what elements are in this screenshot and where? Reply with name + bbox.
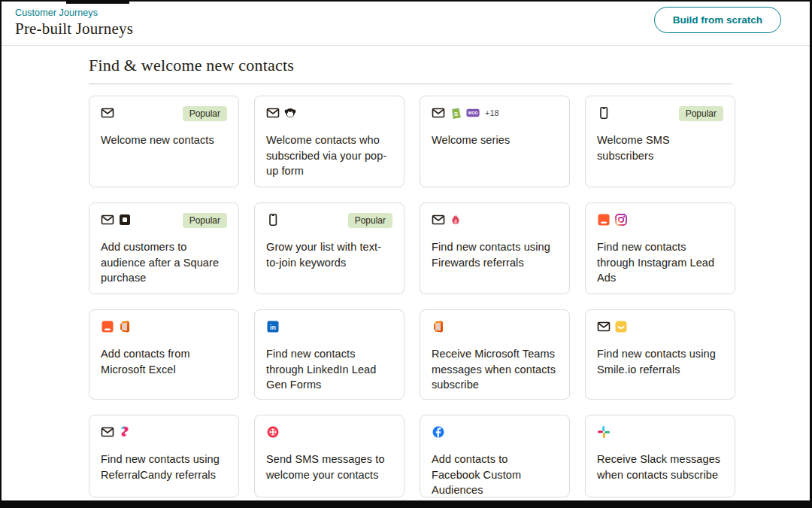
mailchimp-icon: [283, 106, 297, 120]
journey-card-title: Send SMS messages to welcome your contac…: [266, 452, 392, 482]
section-divider: [89, 84, 732, 84]
journey-card-title: Receive Slack messages when contacts sub…: [597, 452, 723, 482]
journey-card[interactable]: Receive Slack messages when contacts sub…: [585, 415, 735, 497]
envelope-icon: [101, 213, 114, 227]
journey-card[interactable]: Find new contacts using Smile.io referra…: [585, 309, 735, 400]
journey-card-title: Welcome contacts who subscribed via your…: [266, 132, 392, 179]
card-icon-row: [432, 320, 445, 333]
card-icon-row: [266, 106, 297, 120]
journey-card[interactable]: Send SMS messages to welcome your contac…: [254, 415, 404, 497]
linkedin-icon: in: [266, 320, 280, 333]
firewards-icon: [449, 213, 462, 227]
card-icon-row: [101, 320, 132, 333]
popular-badge: Popular: [183, 106, 227, 121]
section-title: Find & welcome new contacts: [89, 46, 732, 75]
journey-card-title: Welcome series: [432, 132, 558, 148]
slack-icon: [597, 425, 611, 439]
journey-card[interactable]: Add contacts to Facebook Custom Audience…: [420, 415, 570, 497]
form-icon: [101, 320, 114, 333]
journey-card-title: Welcome new contacts: [101, 132, 227, 148]
journey-card[interactable]: SWOO+18Welcome series: [420, 96, 570, 187]
popular-badge: Popular: [183, 213, 227, 228]
instagram-icon: [614, 213, 628, 227]
journey-card-title: Find new contacts using Smile.io referra…: [597, 346, 723, 377]
journey-card[interactable]: inFind new contacts through LinkedIn Lea…: [254, 309, 404, 400]
card-icon-row: [597, 320, 628, 333]
journey-card-title: Add contacts to Facebook Custom Audience…: [432, 452, 558, 498]
envelope-icon: [101, 425, 114, 439]
popular-badge: Popular: [679, 106, 723, 121]
journey-card-title: Find new contacts through LinkedIn Lead …: [266, 346, 392, 393]
envelope-icon: [266, 106, 280, 120]
card-icon-row: [597, 213, 628, 227]
integration-overflow-count: +18: [485, 108, 499, 117]
svg-text:WOO: WOO: [468, 111, 477, 115]
popular-badge: Popular: [348, 213, 392, 228]
card-icon-row: [266, 425, 280, 439]
card-icon-row: [597, 106, 611, 120]
office-icon: [432, 320, 445, 333]
journey-card[interactable]: PopularWelcome SMS subscribers: [585, 96, 735, 187]
journey-card[interactable]: PopularWelcome new contacts: [89, 96, 239, 187]
referralcandy-icon: [118, 425, 132, 439]
main-content: Find & welcome new contacts PopularWelco…: [2, 46, 810, 497]
journey-card[interactable]: Find new contacts using Firewards referr…: [420, 202, 570, 294]
card-icon-row: [266, 213, 280, 227]
card-icon-row: in: [266, 320, 280, 333]
square-icon: [118, 213, 132, 227]
journey-card-title: Add contacts from Microsoft Excel: [101, 346, 227, 377]
twilio-icon: [266, 425, 280, 439]
card-icon-row: [432, 213, 462, 227]
card-icon-row: [101, 425, 132, 439]
page-header: Customer Journeys Pre-built Journeys Bui…: [2, 2, 810, 46]
journey-card[interactable]: Find new contacts through Instagram Lead…: [585, 202, 735, 294]
card-icon-row: SWOO+18: [432, 106, 499, 120]
journey-card-title: Add customers to audience after a Square…: [101, 239, 227, 286]
prebuilt-journeys-page: Customer Journeys Pre-built Journeys Bui…: [2, 2, 810, 500]
journey-card-title: Find new contacts using ReferralCandy re…: [101, 452, 227, 482]
journey-card[interactable]: PopularGrow your list with text-to-join …: [254, 202, 404, 294]
journey-card-grid: PopularWelcome new contacts Welcome cont…: [89, 96, 732, 497]
smileio-icon: [614, 320, 628, 333]
card-icon-row: [432, 425, 445, 439]
journey-card-title: Welcome SMS subscribers: [597, 132, 723, 163]
card-icon-row: [597, 425, 611, 439]
shopify-icon: S: [449, 106, 462, 120]
facebook-icon: [432, 425, 445, 439]
journey-card-title: Grow your list with text-to-join keyword…: [266, 239, 392, 270]
envelope-icon: [101, 106, 114, 120]
woocommerce-icon: WOO: [466, 106, 480, 120]
journey-card-title: Find new contacts using Firewards referr…: [432, 239, 558, 270]
phone-icon: [266, 213, 280, 227]
journey-card[interactable]: Welcome contacts who subscribed via your…: [254, 96, 404, 187]
journey-card[interactable]: Receive Microsoft Teams messages when co…: [420, 309, 570, 400]
svg-text:S: S: [454, 111, 459, 117]
phone-icon: [597, 106, 611, 120]
journey-card-title: Receive Microsoft Teams messages when co…: [432, 346, 558, 393]
journey-card-title: Find new contacts through Instagram Lead…: [597, 239, 723, 286]
envelope-icon: [432, 213, 445, 227]
journey-card[interactable]: Add contacts from Microsoft Excel: [89, 309, 239, 400]
build-from-scratch-button[interactable]: Build from scratch: [654, 7, 781, 33]
form-icon: [597, 213, 611, 227]
svg-text:in: in: [270, 324, 276, 331]
journey-card[interactable]: PopularAdd customers to audience after a…: [89, 202, 239, 294]
envelope-icon: [432, 106, 445, 120]
card-icon-row: [101, 213, 132, 227]
envelope-icon: [597, 320, 611, 333]
journey-card[interactable]: Find new contacts using ReferralCandy re…: [89, 415, 239, 497]
office-icon: [118, 320, 132, 333]
window-frame-notch: [66, 0, 129, 4]
card-icon-row: [101, 106, 114, 120]
